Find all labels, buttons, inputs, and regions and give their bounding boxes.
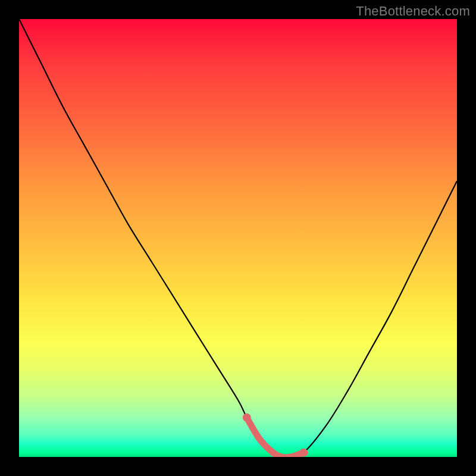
curve-layer — [19, 19, 457, 457]
watermark-text: TheBottleneck.com — [356, 4, 470, 19]
highlight-endpoint-dot — [299, 449, 308, 457]
optimal-zone-highlight — [247, 418, 304, 457]
bottleneck-curve — [19, 19, 457, 457]
gradient-plot-area — [19, 19, 457, 457]
chart-frame: TheBottleneck.com — [0, 0, 476, 476]
highlight-endpoint-dot — [243, 414, 251, 422]
